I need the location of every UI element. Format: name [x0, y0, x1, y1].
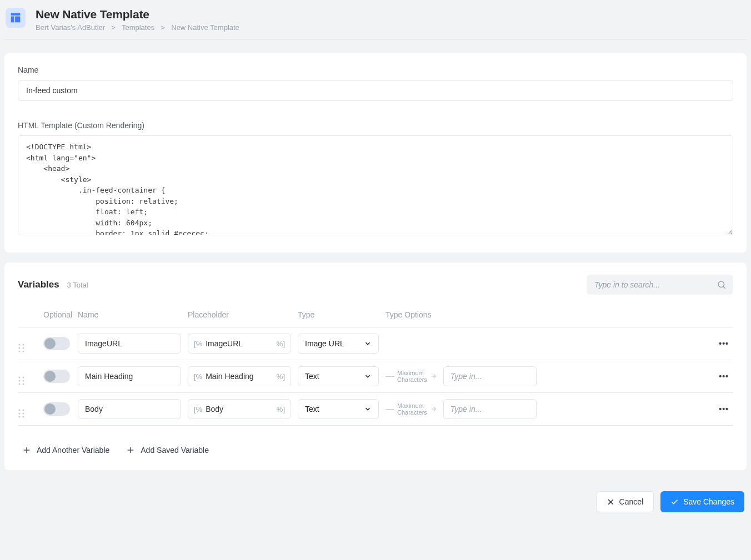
- variables-title: Variables: [18, 279, 59, 290]
- breadcrumb-item[interactable]: New Native Template: [171, 23, 239, 32]
- svg-point-19: [22, 409, 24, 411]
- svg-point-6: [22, 344, 24, 345]
- check-icon: [670, 498, 679, 506]
- chevron-down-icon: [364, 372, 372, 380]
- maxchar-input[interactable]: [443, 366, 537, 386]
- add-another-variable-button[interactable]: Add Another Variable: [22, 446, 109, 455]
- footer-actions: Cancel Save Changes: [4, 480, 747, 514]
- more-icon[interactable]: •••: [719, 372, 733, 381]
- svg-line-4: [723, 286, 725, 289]
- arrow-right-icon: [430, 372, 438, 380]
- col-optional: Optional: [43, 310, 78, 319]
- col-type: Type: [298, 310, 385, 319]
- variable-name-input[interactable]: [78, 366, 181, 386]
- maxchar-label: — Maximum Characters: [385, 402, 438, 416]
- more-icon[interactable]: •••: [719, 405, 733, 413]
- plus-icon: [126, 446, 135, 455]
- svg-rect-1: [11, 17, 14, 23]
- breadcrumb-item[interactable]: Bert Varias's AdButler: [36, 23, 105, 32]
- svg-point-9: [18, 350, 20, 352]
- plus-icon: [22, 446, 31, 455]
- svg-point-8: [22, 347, 24, 349]
- breadcrumb[interactable]: Bert Varias's AdButler > Templates > New…: [36, 23, 239, 32]
- drag-handle-icon[interactable]: [18, 366, 43, 386]
- variable-row: [% Main Heading %] Text —: [18, 360, 733, 393]
- drag-handle-icon[interactable]: [18, 334, 43, 354]
- search-input[interactable]: [587, 275, 733, 295]
- type-select[interactable]: Text: [298, 399, 379, 419]
- cancel-button[interactable]: Cancel: [596, 491, 654, 512]
- maxchar-label: — Maximum Characters: [385, 370, 438, 383]
- close-icon: [607, 498, 615, 506]
- svg-point-11: [18, 376, 20, 378]
- breadcrumb-item[interactable]: Templates: [122, 23, 154, 32]
- variables-table-header: Optional Name Placeholder Type Type Opti…: [18, 306, 733, 327]
- svg-point-18: [18, 409, 20, 411]
- drag-handle-icon[interactable]: [18, 399, 43, 419]
- page-title: New Native Template: [36, 8, 239, 21]
- optional-toggle[interactable]: [43, 402, 70, 416]
- svg-point-15: [18, 383, 20, 385]
- add-saved-variable-button[interactable]: Add Saved Variable: [126, 446, 209, 455]
- template-icon: [6, 8, 26, 28]
- chevron-down-icon: [364, 340, 372, 347]
- svg-point-10: [22, 350, 24, 352]
- variable-row: [% Body %] Text — Max: [18, 393, 733, 426]
- svg-point-21: [22, 412, 24, 414]
- svg-point-23: [22, 416, 24, 417]
- svg-point-16: [22, 383, 24, 385]
- col-placeholder: Placeholder: [188, 310, 298, 319]
- svg-point-7: [18, 347, 20, 349]
- svg-point-22: [18, 416, 20, 417]
- html-template-label: HTML Template (Custom Rendering): [18, 121, 733, 130]
- optional-toggle[interactable]: [43, 337, 70, 350]
- variables-card: Variables 3 Total Optional Name Placehol…: [4, 263, 747, 470]
- maxchar-input[interactable]: [443, 399, 537, 419]
- placeholder-input[interactable]: [% ImageURL %]: [188, 334, 291, 354]
- name-label: Name: [18, 65, 733, 74]
- svg-rect-2: [15, 17, 20, 23]
- more-icon[interactable]: •••: [719, 339, 733, 348]
- variables-count: 3 Total: [67, 281, 88, 289]
- variable-name-input[interactable]: [78, 334, 181, 354]
- col-name: Name: [78, 310, 188, 319]
- save-button[interactable]: Save Changes: [660, 491, 744, 512]
- col-type-options: Type Options: [385, 310, 707, 319]
- svg-point-3: [718, 281, 724, 287]
- svg-point-13: [18, 380, 20, 381]
- svg-rect-0: [11, 13, 21, 16]
- svg-point-5: [18, 344, 20, 345]
- variable-row: [% ImageURL %] Image URL •••: [18, 327, 733, 360]
- name-input[interactable]: [18, 80, 733, 101]
- template-form-card: Name HTML Template (Custom Rendering) <!…: [4, 53, 747, 253]
- type-select[interactable]: Image URL: [298, 334, 379, 354]
- type-select[interactable]: Text: [298, 366, 379, 386]
- search-icon: [717, 280, 727, 290]
- placeholder-input[interactable]: [% Main Heading %]: [188, 366, 291, 386]
- svg-point-12: [22, 376, 24, 378]
- optional-toggle[interactable]: [43, 370, 70, 383]
- variable-name-input[interactable]: [78, 399, 181, 419]
- svg-point-14: [22, 380, 24, 381]
- html-template-input[interactable]: <!DOCTYPE html> <html lang="en"> <head> …: [18, 135, 733, 235]
- page-header: New Native Template Bert Varias's AdButl…: [4, 4, 747, 40]
- chevron-down-icon: [364, 405, 372, 413]
- svg-point-20: [18, 412, 20, 414]
- arrow-right-icon: [430, 405, 438, 413]
- placeholder-input[interactable]: [% Body %]: [188, 399, 291, 419]
